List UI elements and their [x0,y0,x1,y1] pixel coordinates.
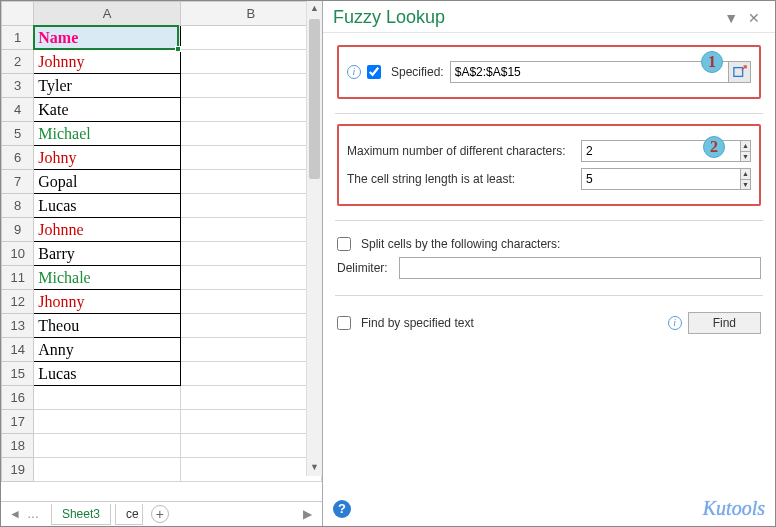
cell[interactable] [180,194,321,218]
cell[interactable]: Michael [34,122,180,146]
row-header[interactable]: 15 [2,362,34,386]
pane-header: Fuzzy Lookup ▼ ✕ [323,1,775,33]
cell[interactable]: Barry [34,242,180,266]
cell[interactable]: Michale [34,266,180,290]
cell[interactable] [180,266,321,290]
select-all-corner[interactable] [2,2,34,26]
row-header[interactable]: 9 [2,218,34,242]
row-header[interactable]: 5 [2,122,34,146]
spreadsheet-grid[interactable]: A B 1Name2Johnny3Tyler4Kate5Michael6John… [1,1,322,501]
cell[interactable] [180,314,321,338]
row-header[interactable]: 11 [2,266,34,290]
pane-dropdown-icon[interactable]: ▼ [719,10,743,26]
scroll-down-icon[interactable]: ▼ [307,460,322,476]
cell[interactable] [180,218,321,242]
scroll-up-icon[interactable]: ▲ [307,1,322,17]
scroll-thumb[interactable] [309,19,320,179]
split-checkbox[interactable] [337,237,351,251]
cell[interactable] [180,122,321,146]
fuzzy-lookup-pane: Fuzzy Lookup ▼ ✕ 1 i Specified: [323,1,775,526]
row-header[interactable]: 17 [2,410,34,434]
cell[interactable]: Anny [34,338,180,362]
cell[interactable]: Johny [34,146,180,170]
cell[interactable]: Tyler [34,74,180,98]
find-button[interactable]: Find [688,312,761,334]
cell[interactable] [180,434,321,458]
cell[interactable]: Johnne [34,218,180,242]
range-input[interactable] [451,62,728,82]
cell[interactable] [180,458,321,482]
cell[interactable]: Jhonny [34,290,180,314]
cell[interactable]: Kate [34,98,180,122]
cell[interactable] [180,170,321,194]
findtext-checkbox[interactable] [337,316,351,330]
cell[interactable] [34,386,180,410]
max-diff-spin-up-icon[interactable]: ▲ [741,141,750,152]
cell[interactable] [180,290,321,314]
pane-close-icon[interactable]: ✕ [743,10,765,26]
row-header[interactable]: 14 [2,338,34,362]
help-button[interactable]: ? [333,500,351,518]
row-header[interactable]: 13 [2,314,34,338]
row-header[interactable]: 7 [2,170,34,194]
col-header-B[interactable]: B [180,2,321,26]
section-findtext: Find by specified text i Find [335,295,763,350]
max-diff-spin-down-icon[interactable]: ▼ [741,152,750,162]
row-header[interactable]: 16 [2,386,34,410]
cell[interactable] [180,74,321,98]
cell[interactable] [180,362,321,386]
cell[interactable] [34,434,180,458]
row-header[interactable]: 10 [2,242,34,266]
row-header[interactable]: 4 [2,98,34,122]
specified-checkbox[interactable] [367,65,381,79]
cell[interactable] [180,338,321,362]
sheet-tab-active[interactable]: Sheet3 [51,504,111,525]
cell[interactable]: Name [34,26,180,50]
cell[interactable] [180,26,321,50]
range-picker-button[interactable] [728,62,750,82]
cell[interactable] [34,458,180,482]
cell[interactable]: Gopal [34,170,180,194]
cell[interactable]: Lucas [34,194,180,218]
delimiter-label: Delimiter: [337,261,393,275]
add-sheet-button[interactable]: + [151,505,169,523]
min-len-stepper: ▲ ▼ [581,168,751,190]
row-header[interactable]: 1 [2,26,34,50]
row-header[interactable]: 19 [2,458,34,482]
row-header[interactable]: 2 [2,50,34,74]
row-header[interactable]: 12 [2,290,34,314]
col-header-A[interactable]: A [34,2,180,26]
info-icon[interactable]: i [347,65,361,79]
cell[interactable]: Lucas [34,362,180,386]
row-header[interactable]: 3 [2,74,34,98]
tab-nav-first-icon[interactable]: ◄ [9,507,21,521]
cell[interactable] [180,410,321,434]
cell[interactable]: Johnny [34,50,180,74]
cell[interactable] [180,146,321,170]
vertical-scrollbar[interactable]: ▲ ▼ [306,1,322,476]
min-len-input[interactable] [582,169,740,189]
cell[interactable] [180,386,321,410]
row-header[interactable]: 8 [2,194,34,218]
cell[interactable] [34,410,180,434]
cell[interactable]: Theou [34,314,180,338]
info-icon[interactable]: i [668,316,682,330]
min-len-label: The cell string length is at least: [347,172,575,186]
sheet-tab-next[interactable]: ce [115,504,143,525]
max-diff-label: Maximum number of different characters: [347,144,575,158]
cell[interactable] [180,50,321,74]
app-window: A B 1Name2Johnny3Tyler4Kate5Michael6John… [0,0,776,527]
tab-nav-more-icon[interactable]: … [27,507,39,521]
fill-handle[interactable] [175,46,181,52]
row-header[interactable]: 6 [2,146,34,170]
cell[interactable] [180,98,321,122]
min-len-spin-up-icon[interactable]: ▲ [741,169,750,180]
sheet-tab-bar: ◄ … Sheet3 ce + ▶ [1,501,322,526]
badge-1: 1 [701,51,723,73]
min-len-spin-down-icon[interactable]: ▼ [741,180,750,190]
cell[interactable] [180,242,321,266]
section-split: Split cells by the following characters:… [335,220,763,295]
row-header[interactable]: 18 [2,434,34,458]
hscroll-right-icon[interactable]: ▶ [297,507,318,521]
delimiter-input[interactable] [399,257,761,279]
